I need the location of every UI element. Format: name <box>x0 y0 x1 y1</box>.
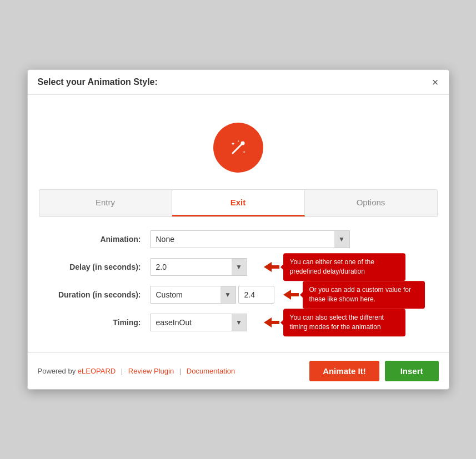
timing-row: Timing: easeInOut ▼ You can also select … <box>44 314 432 331</box>
timing-select[interactable]: easeInOut <box>150 314 247 331</box>
icon-area: ✦ ✦ ✦ <box>39 106 438 189</box>
delay-row: Delay (in seconds): 2.0 ▼ You can either… <box>44 258 432 276</box>
review-link[interactable]: Review Plugin <box>128 367 174 375</box>
magic-wand-icon: ✦ ✦ ✦ <box>213 123 263 173</box>
animation-label: Animation: <box>44 235 150 244</box>
modal-footer: Powered by eLEOPARD | Review Plugin | Do… <box>28 352 449 389</box>
timing-label: Timing: <box>44 318 150 327</box>
duration-label: Duration (in seconds): <box>44 290 150 299</box>
form-section: Animation: None ▼ Delay (in seconds): 2.… <box>39 230 438 331</box>
duration-row: Duration (in seconds): Custom ▼ Or you <box>44 286 432 304</box>
animation-select[interactable]: None <box>150 230 350 248</box>
svg-marker-6 <box>264 262 279 272</box>
brand-link[interactable]: eLEOPARD <box>78 367 116 375</box>
delay-control-wrap: 2.0 ▼ <box>150 258 247 276</box>
modal: Select your Animation Style: × ✦ ✦ ✦ <box>27 69 449 390</box>
modal-header: Select your Animation Style: × <box>28 70 449 95</box>
docs-link[interactable]: Documentation <box>187 367 235 375</box>
modal-title: Select your Animation Style: <box>38 77 158 87</box>
tab-options[interactable]: Options <box>305 190 437 216</box>
duration-select[interactable]: Custom <box>150 286 236 304</box>
svg-marker-7 <box>283 290 299 300</box>
footer-actions: Animate It! Insert <box>309 361 438 381</box>
timing-tooltip: You can also select the different timing… <box>283 309 405 336</box>
duration-tooltip: Or you can add a custom value for these … <box>303 281 425 309</box>
delay-label: Delay (in seconds): <box>44 263 150 271</box>
modal-body: ✦ ✦ ✦ Entry Exit Options Animation: <box>28 95 449 352</box>
footer-credits: Powered by eLEOPARD | Review Plugin | Do… <box>38 367 236 375</box>
svg-text:✦: ✦ <box>243 150 245 154</box>
svg-text:✦: ✦ <box>237 139 239 143</box>
tab-exit[interactable]: Exit <box>172 190 305 216</box>
delay-tooltip: You can either set one of the predefined… <box>283 253 405 281</box>
svg-text:✦: ✦ <box>231 142 235 147</box>
tab-bar: Entry Exit Options <box>39 189 438 217</box>
close-button[interactable]: × <box>432 77 439 88</box>
svg-marker-8 <box>264 317 279 327</box>
delay-arrow <box>264 262 279 272</box>
insert-button[interactable]: Insert <box>385 361 439 381</box>
timing-arrow <box>264 317 279 327</box>
duration-control-wrap: Custom ▼ <box>150 286 236 304</box>
animation-row: Animation: None ▼ <box>44 230 432 248</box>
svg-point-2 <box>240 142 244 145</box>
timing-control-wrap: easeInOut ▼ <box>150 314 247 331</box>
animate-button[interactable]: Animate It! <box>309 361 379 381</box>
duration-custom-input[interactable] <box>238 286 274 304</box>
delay-select[interactable]: 2.0 <box>150 258 247 276</box>
duration-arrow <box>283 290 299 300</box>
tab-entry[interactable]: Entry <box>39 190 172 216</box>
animation-select-wrap: None ▼ <box>150 230 350 248</box>
